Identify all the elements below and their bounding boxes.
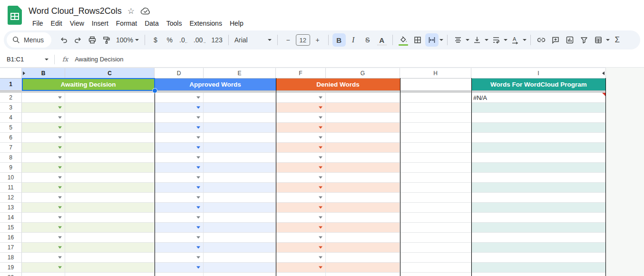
- vertical-align-dropdown-icon[interactable]: [485, 39, 488, 41]
- cell-D5[interactable]: [155, 123, 204, 133]
- cell-H12[interactable]: [400, 193, 471, 203]
- cell-H10[interactable]: [400, 173, 471, 183]
- row-header-8[interactable]: 8: [0, 153, 22, 163]
- cell-D13[interactable]: [155, 203, 204, 213]
- cell-dropdown-icon[interactable]: [196, 237, 200, 239]
- table-button[interactable]: [592, 33, 605, 47]
- cell-dropdown-icon[interactable]: [58, 167, 62, 169]
- cell-E14[interactable]: [204, 213, 276, 223]
- row-header-15[interactable]: 15: [0, 223, 22, 233]
- row-header-2[interactable]: 2: [0, 93, 22, 103]
- row-header-17[interactable]: 17: [0, 243, 22, 253]
- cell-G8[interactable]: [326, 153, 400, 163]
- cell-C3[interactable]: [65, 103, 155, 113]
- vertical-align-button[interactable]: [470, 33, 484, 47]
- merge-cells-button[interactable]: [425, 33, 439, 47]
- text-rotation-button[interactable]: A: [508, 33, 522, 47]
- cell-dropdown-icon[interactable]: [319, 167, 322, 169]
- cell-I5[interactable]: [471, 123, 606, 133]
- cell-dropdown-icon[interactable]: [58, 177, 62, 179]
- cell-dropdown-icon[interactable]: [58, 246, 62, 249]
- menu-insert[interactable]: Insert: [88, 18, 112, 29]
- cell-B11[interactable]: [22, 183, 65, 193]
- cell-B17[interactable]: [22, 243, 65, 253]
- cell-D9[interactable]: [155, 163, 204, 173]
- format-currency-button[interactable]: $: [149, 33, 162, 47]
- cell-B6[interactable]: [22, 133, 65, 143]
- cell-E16[interactable]: [204, 233, 276, 243]
- cell-B12[interactable]: [22, 193, 65, 203]
- menu-edit[interactable]: Edit: [47, 18, 66, 29]
- cell-F14[interactable]: [276, 213, 326, 223]
- cell-D16[interactable]: [155, 233, 204, 243]
- cell-I14[interactable]: [471, 213, 606, 223]
- table-dropdown-icon[interactable]: [606, 39, 610, 41]
- cell-B5[interactable]: [22, 123, 65, 133]
- cell-dropdown-icon[interactable]: [58, 227, 62, 229]
- cell-F5[interactable]: [276, 123, 326, 133]
- cell-G2[interactable]: [326, 93, 400, 103]
- hidden-column-marker[interactable]: [602, 71, 605, 75]
- cell-I13[interactable]: [471, 203, 606, 213]
- cell-E2[interactable]: [204, 93, 276, 103]
- cell-G13[interactable]: [326, 203, 400, 213]
- cell-D17[interactable]: [155, 243, 204, 253]
- cell-E20[interactable]: [204, 273, 276, 276]
- cell-F9[interactable]: [276, 163, 326, 173]
- cell-I8[interactable]: [471, 153, 606, 163]
- cell-I3[interactable]: [471, 103, 606, 113]
- cell-H4[interactable]: [400, 113, 471, 123]
- column-header-H[interactable]: H: [400, 68, 471, 79]
- functions-button[interactable]: Σ: [611, 33, 624, 47]
- cell-H2[interactable]: [400, 93, 471, 103]
- menu-data[interactable]: Data: [141, 18, 163, 29]
- cell-D3[interactable]: [155, 103, 204, 113]
- cell-dropdown-icon[interactable]: [319, 107, 322, 109]
- grid-corner[interactable]: [0, 68, 22, 79]
- menu-help[interactable]: Help: [226, 18, 247, 29]
- cell-G10[interactable]: [326, 173, 400, 183]
- name-box[interactable]: B1:C1: [7, 56, 52, 63]
- cell-B20[interactable]: [22, 273, 65, 276]
- cell-F11[interactable]: [276, 183, 326, 193]
- cell-E19[interactable]: [204, 263, 276, 273]
- font-family-select[interactable]: Arial: [233, 33, 273, 47]
- cell-dropdown-icon[interactable]: [196, 147, 200, 149]
- cell-dropdown-icon[interactable]: [319, 177, 322, 179]
- column-header-G[interactable]: G: [326, 68, 400, 79]
- insert-link-button[interactable]: [535, 33, 548, 47]
- cell-B14[interactable]: [22, 213, 65, 223]
- cell-I15[interactable]: [471, 223, 606, 233]
- cell-dropdown-icon[interactable]: [319, 237, 322, 239]
- cell-D15[interactable]: [155, 223, 204, 233]
- cell-dropdown-icon[interactable]: [319, 227, 322, 229]
- cell-dropdown-icon[interactable]: [319, 127, 322, 129]
- cell-dropdown-icon[interactable]: [196, 187, 200, 189]
- cell-C14[interactable]: [65, 213, 155, 223]
- cell-dropdown-icon[interactable]: [319, 117, 322, 119]
- cell-H7[interactable]: [400, 143, 471, 153]
- cell-B9[interactable]: [22, 163, 65, 173]
- cell-D10[interactable]: [155, 173, 204, 183]
- cell-dropdown-icon[interactable]: [196, 97, 200, 99]
- cell-H16[interactable]: [400, 233, 471, 243]
- row-header-7[interactable]: 7: [0, 143, 22, 153]
- cell-C17[interactable]: [65, 243, 155, 253]
- horizontal-align-dropdown-icon[interactable]: [466, 39, 469, 41]
- row-header-11[interactable]: 11: [0, 183, 22, 193]
- row-header-20[interactable]: 20: [0, 273, 22, 276]
- cell-C19[interactable]: [65, 263, 155, 273]
- cell-I4[interactable]: [471, 113, 606, 123]
- cell-C9[interactable]: [65, 163, 155, 173]
- undo-button[interactable]: [57, 33, 70, 47]
- cell-dropdown-icon[interactable]: [196, 127, 200, 129]
- italic-button[interactable]: I: [347, 33, 360, 47]
- cell-dropdown-icon[interactable]: [319, 137, 322, 139]
- cell-G19[interactable]: [326, 263, 400, 273]
- cell-G17[interactable]: [326, 243, 400, 253]
- cell-B18[interactable]: [22, 253, 65, 263]
- cell-I16[interactable]: [471, 233, 606, 243]
- cell-F13[interactable]: [276, 203, 326, 213]
- menu-format[interactable]: Format: [112, 18, 141, 29]
- cell-dropdown-icon[interactable]: [319, 157, 322, 159]
